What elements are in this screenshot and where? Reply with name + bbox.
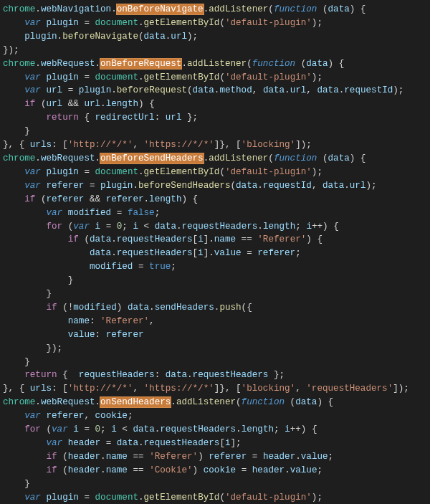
code-line: chrome.webRequest.onBeforeRequest.addLis… — [3, 59, 344, 69]
code-line: if (url && url.length) { — [3, 99, 155, 109]
code-line: var modified = false; — [3, 208, 160, 218]
code-line: data.requestHeaders[i].value = referer; — [3, 248, 301, 258]
highlight-onBeforeRequest: onBeforeRequest — [100, 59, 181, 69]
code-line: modified = true; — [3, 262, 176, 272]
code-line: var plugin = document.getElementById('de… — [3, 72, 322, 82]
code-line: if (data.requestHeaders[i].name == 'Refe… — [3, 234, 322, 244]
code-line: if (header.name == 'Cookie') cookie = he… — [3, 465, 322, 475]
code-line: var referer, cookie; — [3, 411, 133, 421]
code-line: if (!modified) data.sendHeaders.push({ — [3, 303, 252, 313]
code-line: for (var i = 0; i < data.requestHeaders.… — [3, 222, 339, 232]
code-line: plugin.beforeNavigate(data.url); — [3, 32, 198, 42]
code-line: }); — [3, 45, 19, 55]
code-line: } — [3, 275, 73, 285]
code-block: chrome.webNavigation.onBeforeNavigate.ad… — [0, 0, 430, 504]
code-line: chrome.webRequest.onBeforeSendHeaders.ad… — [3, 153, 366, 163]
code-line: }, { urls: ['http://*/*', 'https://*/*']… — [3, 140, 312, 150]
code-line: chrome.webNavigation.onBeforeNavigate.ad… — [3, 4, 366, 14]
code-line: value: referer — [3, 330, 144, 340]
code-line: chrome.webRequest.onSendHeaders.addListe… — [3, 397, 333, 407]
code-line: }, { urls: ['http://*/*', 'https://*/*']… — [3, 384, 409, 394]
code-line: } — [3, 289, 52, 299]
token-object: chrome — [3, 4, 35, 14]
code-line: var plugin = document.getElementById('de… — [3, 493, 322, 503]
code-line: var url = plugin.beforeRequest(data.meth… — [3, 85, 403, 95]
code-line: var header = data.requestHeaders[i]; — [3, 438, 242, 448]
code-line: } — [3, 479, 30, 489]
code-line: return { requestHeaders: data.requestHea… — [3, 370, 285, 380]
code-line: name: 'Referer', — [3, 316, 155, 326]
highlight-onSendHeaders: onSendHeaders — [100, 397, 171, 407]
code-line: for (var i = 0; i < data.requestHeaders.… — [3, 424, 317, 434]
highlight-onBeforeNavigate: onBeforeNavigate — [117, 4, 204, 14]
code-line: var plugin = document.getElementById('de… — [3, 167, 322, 177]
highlight-onBeforeSendHeaders: onBeforeSendHeaders — [100, 153, 204, 163]
code-line: var plugin = document.getElementById('de… — [3, 18, 322, 28]
code-line: return { redirectUrl: url }; — [3, 113, 198, 123]
code-line: } — [3, 357, 30, 367]
code-line: }); — [3, 343, 62, 353]
code-line: if (header.name == 'Referer') referer = … — [3, 452, 333, 462]
code-line: if (referer && referer.length) { — [3, 194, 198, 204]
code-line: } — [3, 126, 30, 136]
code-line: var referer = plugin.beforeSendHeaders(d… — [3, 181, 377, 191]
